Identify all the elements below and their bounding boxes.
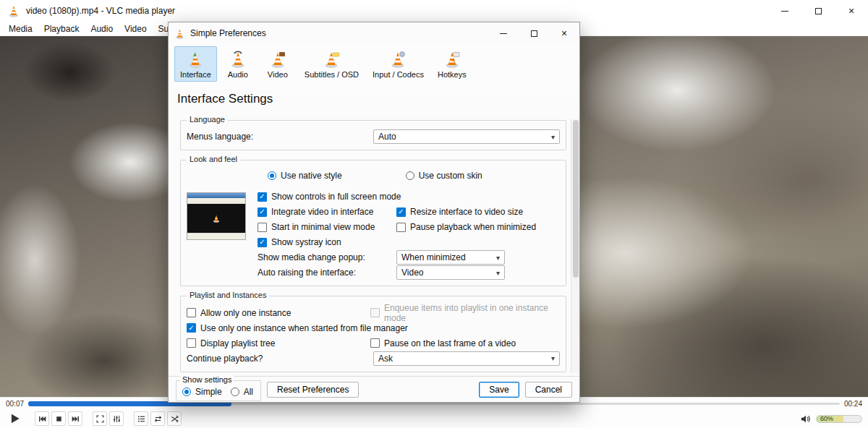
tab-audio[interactable]: Audio (219, 46, 257, 82)
tab-hotkeys[interactable]: Hotkeys (432, 46, 472, 82)
play-button[interactable] (6, 410, 25, 427)
elapsed-time: 00:07 (6, 400, 24, 408)
chevron-down-icon: ▾ (551, 133, 555, 141)
radio-all[interactable]: All (231, 387, 253, 397)
reset-preferences-button[interactable]: Reset Preferences (267, 382, 359, 398)
radio-custom-skin[interactable]: Use custom skin (406, 171, 482, 181)
minimize-button[interactable] (768, 0, 801, 22)
fullscreen-button[interactable] (93, 411, 107, 426)
menu-audio[interactable]: Audio (85, 24, 119, 34)
vlc-main-window: video (1080p).mp4 - VLC media player × M… (0, 0, 868, 428)
checkbox-enqueue-one-instance: Enqueue items into playlist in one insta… (370, 303, 560, 323)
audio-tab-icon (229, 51, 247, 68)
dialog-close-button[interactable]: × (549, 22, 579, 44)
dialog-minimize-button[interactable] (488, 22, 519, 44)
playlist-button[interactable] (134, 411, 148, 426)
cancel-button[interactable]: Cancel (525, 382, 572, 398)
radio-icon (406, 171, 414, 180)
maximize-icon (531, 30, 537, 37)
radio-simple[interactable]: Simple (182, 387, 222, 397)
previous-button[interactable] (35, 411, 49, 426)
close-icon: × (561, 27, 567, 39)
vlc-cone-icon (174, 28, 185, 39)
menus-language-select[interactable]: Auto ▾ (373, 129, 560, 144)
checkbox-icon (187, 323, 196, 333)
mute-button[interactable] (798, 411, 812, 426)
playlist-instances-group: Playlist and Instances Allow only one in… (180, 296, 566, 372)
main-titlebar[interactable]: video (1080p).mp4 - VLC media player × (0, 0, 868, 22)
playlist-icon (137, 414, 146, 424)
save-button[interactable]: Save (479, 382, 519, 398)
chevron-down-icon: ▾ (496, 269, 500, 277)
hotkeys-tab-icon (443, 51, 461, 68)
window-title: video (1080p).mp4 - VLC media player (26, 6, 175, 16)
total-time: 00:24 (844, 400, 862, 408)
checkbox-allow-one-instance[interactable]: Allow only one instance (187, 308, 291, 318)
menu-video[interactable]: Video (119, 24, 152, 34)
scrollbar-thumb[interactable] (573, 120, 579, 278)
next-button[interactable] (68, 411, 82, 426)
stop-button[interactable] (51, 411, 66, 426)
tab-interface[interactable]: Interface (174, 46, 217, 82)
checkbox-minimal-view[interactable]: Start in minimal view mode (258, 222, 375, 232)
speaker-icon (800, 414, 811, 424)
checkbox-display-playlist-tree[interactable]: Display playlist tree (187, 338, 275, 348)
loop-icon (153, 414, 163, 424)
extended-settings-button[interactable] (109, 411, 124, 426)
checkbox-pause-last-frame[interactable]: Pause on the last frame of a video (370, 338, 516, 348)
checkbox-resize-interface[interactable]: Resize interface to video size (396, 207, 523, 217)
checkbox-icon (396, 223, 406, 232)
checkbox-integrate-video[interactable]: Integrate video in interface (258, 207, 373, 217)
continue-playback-label: Continue playback? (187, 354, 263, 364)
maximize-button[interactable] (801, 0, 835, 22)
look-and-feel-group: Look and feel Use native style Use custo… (180, 160, 566, 286)
preferences-content: Language Menus language: Auto ▾ Look and… (169, 111, 579, 376)
dialog-footer: Show settings Simple All Reset Preferenc… (169, 376, 579, 402)
simple-preferences-dialog: Simple Preferences × Interface Audio Vid… (168, 22, 580, 403)
tab-subtitles-osd[interactable]: Subtitles / OSD (299, 46, 365, 82)
minimize-icon (500, 33, 507, 34)
checkbox-icon (258, 223, 267, 232)
menus-language-label: Menus language: (187, 132, 253, 142)
show-settings-group: Show settings Simple All (176, 380, 261, 401)
volume-slider[interactable]: 60% (816, 415, 862, 423)
chevron-down-icon: ▾ (551, 354, 555, 362)
vlc-cone-icon (212, 214, 221, 223)
checkbox-pause-when-minimized[interactable]: Pause playback when minimized (396, 222, 536, 232)
media-popup-label: Show media change popup: (258, 252, 365, 262)
auto-raising-select[interactable]: Video ▾ (396, 265, 505, 280)
tab-input-codecs[interactable]: Input / Codecs (367, 46, 430, 82)
checkbox-icon (187, 308, 196, 317)
menu-media[interactable]: Media (3, 24, 38, 34)
radio-icon (231, 388, 239, 396)
loop-button[interactable] (150, 411, 165, 426)
shuffle-button[interactable] (167, 411, 182, 426)
checkbox-systray-icon[interactable]: Show systray icon (258, 237, 341, 247)
shuffle-icon (170, 414, 179, 424)
chevron-down-icon: ▾ (496, 254, 500, 262)
radio-native-style[interactable]: Use native style (268, 171, 342, 181)
volume-percent: 60% (820, 415, 833, 422)
interface-preview-thumbnail (187, 192, 246, 240)
video-tab-icon (269, 51, 286, 68)
tab-video[interactable]: Video (259, 46, 297, 82)
minimize-icon (781, 11, 788, 12)
dialog-maximize-button[interactable] (519, 22, 549, 44)
close-icon: × (848, 5, 854, 17)
checkbox-fullscreen-controls[interactable]: Show controls in full screen mode (258, 192, 401, 202)
equalizer-icon (112, 414, 122, 424)
close-button[interactable]: × (835, 0, 868, 22)
previous-icon (38, 414, 47, 424)
seek-slider[interactable] (28, 403, 840, 405)
dialog-scrollbar[interactable] (571, 119, 579, 373)
subtitles-tab-icon (323, 51, 340, 68)
checkbox-one-instance-file-manager[interactable]: Use only one instance when started from … (187, 323, 408, 333)
media-popup-select[interactable]: When minimized ▾ (396, 250, 505, 265)
dialog-titlebar[interactable]: Simple Preferences × (169, 22, 579, 44)
input-codecs-tab-icon (389, 51, 407, 68)
menu-playback[interactable]: Playback (38, 24, 85, 34)
checkbox-icon (258, 192, 267, 202)
vlc-cone-icon (7, 4, 20, 17)
continue-playback-select[interactable]: Ask ▾ (373, 351, 560, 366)
next-icon (71, 414, 80, 424)
